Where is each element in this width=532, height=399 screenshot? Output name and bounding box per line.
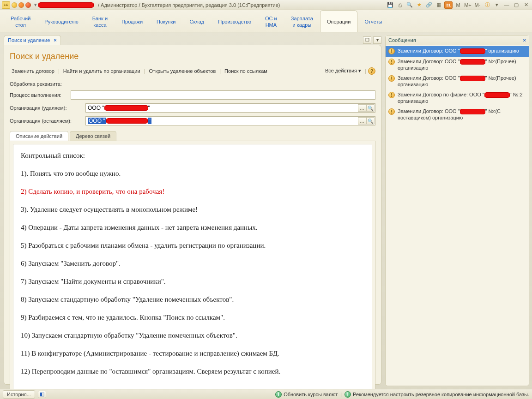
label-processing: Обработка реквизита: [10, 81, 62, 87]
desc-item: 2) Сделать копию, и проверить, что она р… [21, 187, 364, 197]
print-icon[interactable]: ⎙ [396, 1, 404, 9]
message-item[interactable]: !Заменили Договор по фирме: ООО "" №:2 о… [386, 90, 529, 107]
status-bar: История... ◧ i Обновить курсы валют | i … [0, 389, 532, 399]
nav-item-4[interactable]: Покупки [150, 10, 182, 32]
redacted-text [484, 92, 510, 98]
message-item[interactable]: !Заменили Договор: ООО "" №:(Прочее) орг… [386, 73, 529, 90]
desc-item: 12) Перепроводим данные по "оставшимся" … [21, 367, 364, 376]
all-actions-dropdown[interactable]: Все действия ▾ [323, 67, 363, 75]
doc-tab-label: Поиск и удаление [8, 37, 50, 43]
favorite-icon[interactable]: ★ [415, 1, 423, 9]
window-title: / Администратор / Бухгалтерия предприяти… [98, 2, 280, 8]
redacted-company-name [38, 2, 94, 8]
right-pane: Сообщения × !Заменили Договор: ООО "" ор… [384, 32, 532, 389]
desc-item: 6) Запускаем "Заменить договор". [21, 259, 364, 268]
message-item[interactable]: !Заменили Договор: ООО "" №:(С поставщик… [386, 107, 529, 123]
org-remove-input[interactable]: ООО " " … 🔍 [85, 103, 375, 113]
nav-item-10[interactable]: Отчеты [357, 10, 389, 32]
desc-item: 8) Запускаем стандартную обработку "Удал… [21, 295, 364, 304]
label-progress: Процесс выполнения: [10, 92, 68, 98]
messages-close-icon[interactable]: × [523, 37, 526, 43]
message-text: Заменили Договор по фирме: ООО "" №:2 ор… [398, 91, 526, 104]
nav-item-0[interactable]: Рабочий стол [4, 10, 37, 32]
tab-desc[interactable]: Описание действий [10, 131, 68, 141]
cmd-search-refs[interactable]: Поиск по ссылкам [223, 67, 269, 75]
doc-menu-icon[interactable]: ▾ [373, 36, 381, 44]
cmd-replace-contract[interactable]: Заменить договор [10, 67, 56, 75]
row-org-keep: Организация (оставляем): ООО " " … 🔍 [10, 116, 375, 125]
maximize-icon[interactable]: ▢ [512, 1, 520, 9]
warning-icon: ! [388, 75, 395, 82]
desc-item: 10) Запускаем стандартную обработку "Уда… [21, 331, 364, 340]
description-box[interactable]: Контрольный список:1). Понять что это во… [13, 144, 372, 392]
doc-new-window-icon[interactable]: ❐ [363, 36, 371, 44]
nav-item-7[interactable]: ОС и НМА [258, 10, 284, 32]
save-icon[interactable]: 💾 [386, 1, 394, 9]
refresh-rates-link[interactable]: i Обновить курсы валют [275, 391, 338, 398]
org-remove-select-button[interactable]: … [358, 104, 366, 112]
nav-item-2[interactable]: Банк и касса [85, 10, 115, 32]
cmd-open-deletion[interactable]: Открыть удаление объектов [147, 67, 218, 75]
tab-tree[interactable]: Дерево связей [70, 131, 116, 141]
traffic-light-max-icon[interactable] [18, 2, 24, 8]
warning-icon: ! [388, 92, 395, 98]
desc-item: 4) Операции - Даты запрета изменения дан… [21, 223, 364, 232]
redacted-org-keep [106, 118, 148, 124]
message-text: Заменили Договор: ООО "" организацию [398, 48, 519, 54]
redacted-text [460, 48, 485, 54]
desc-item: 1). Понять что это вообще нужно. [21, 169, 364, 179]
nav-item-6[interactable]: Производство [211, 10, 258, 32]
org-keep-input[interactable]: ООО " " … 🔍 [85, 116, 375, 125]
messages-panel: Сообщения × !Заменили Договор: ООО "" ор… [385, 35, 529, 386]
message-item[interactable]: !Заменили Договор: ООО "" №:(Прочее) орг… [386, 57, 529, 73]
close-icon[interactable]: ✕ [522, 1, 530, 9]
info-icon: i [275, 391, 282, 398]
org-remove-open-button[interactable]: 🔍 [366, 104, 375, 112]
about-icon[interactable]: ⓘ [483, 1, 491, 9]
minimize-icon[interactable]: — [502, 1, 511, 9]
doc-tab-search-delete[interactable]: Поиск и удаление × [4, 35, 61, 45]
warning-icon: ! [388, 108, 395, 115]
calculator-icon[interactable]: ▦ [435, 1, 443, 9]
message-text: Заменили Договор: ООО "" №:(С поставщико… [398, 108, 526, 121]
progress-input[interactable] [71, 90, 375, 100]
dropdown-icon[interactable]: ▾ [493, 1, 501, 9]
window-list-icon[interactable]: ◧ [38, 391, 46, 398]
nav-item-9[interactable]: Операции [320, 10, 357, 32]
warning-icon: ! [388, 48, 395, 54]
org-keep-select-button[interactable]: … [358, 117, 366, 125]
memory-m-button[interactable]: M [454, 1, 462, 9]
page-title: Поиск и удаление [10, 52, 375, 61]
history-button[interactable]: История... [3, 390, 35, 399]
cmd-find-delete-by-org[interactable]: Найти и удалить по организации [61, 67, 142, 75]
row-org-remove: Организация (удаляем): ООО " " … 🔍 [10, 103, 375, 113]
links-icon[interactable]: 🔗 [425, 1, 433, 9]
traffic-light-close-icon[interactable] [25, 2, 31, 8]
left-pane: Поиск и удаление × ❐ ▾ Поиск и удаление … [0, 32, 384, 389]
desc-item: 9) Разбираемся с тем, что не удалилось. … [21, 313, 364, 322]
messages-title: Сообщения [388, 37, 416, 43]
doc-body: Поиск и удаление Заменить договор | Найт… [4, 45, 381, 385]
traffic-light-min-icon[interactable] [12, 2, 17, 8]
doc-tab-close-icon[interactable]: × [54, 37, 56, 43]
nav-item-5[interactable]: Склад [182, 10, 211, 32]
org-keep-open-button[interactable]: 🔍 [366, 117, 375, 125]
help-icon[interactable]: ? [368, 67, 375, 75]
preview-icon[interactable]: 🔍 [405, 1, 414, 9]
nav-item-3[interactable]: Продажи [115, 10, 150, 32]
nav-item-1[interactable]: Руководителю [37, 10, 85, 32]
redacted-org-remove [104, 105, 148, 111]
label-org-remove: Организация (удаляем): [10, 105, 83, 111]
info-icon: i [345, 391, 351, 398]
calendar-icon[interactable]: 31 [444, 1, 453, 9]
history-dropdown-icon[interactable]: ▾ [34, 2, 37, 8]
memory-mplus-button[interactable]: M+ [464, 1, 472, 9]
message-item[interactable]: !Заменили Договор: ООО "" организацию [386, 46, 529, 57]
row-processing: Обработка реквизита: [10, 81, 375, 87]
memory-mminus-button[interactable]: M- [473, 1, 482, 9]
desc-item: 3). Удаление следует осуществлять в моно… [21, 205, 364, 214]
nav-item-8[interactable]: Зарплата и кадры [284, 10, 320, 32]
label-org-keep: Организация (оставляем): [10, 118, 83, 124]
redacted-text [460, 59, 485, 65]
backup-recommend-link[interactable]: i Рекомендуется настроить резервное копи… [345, 391, 529, 398]
